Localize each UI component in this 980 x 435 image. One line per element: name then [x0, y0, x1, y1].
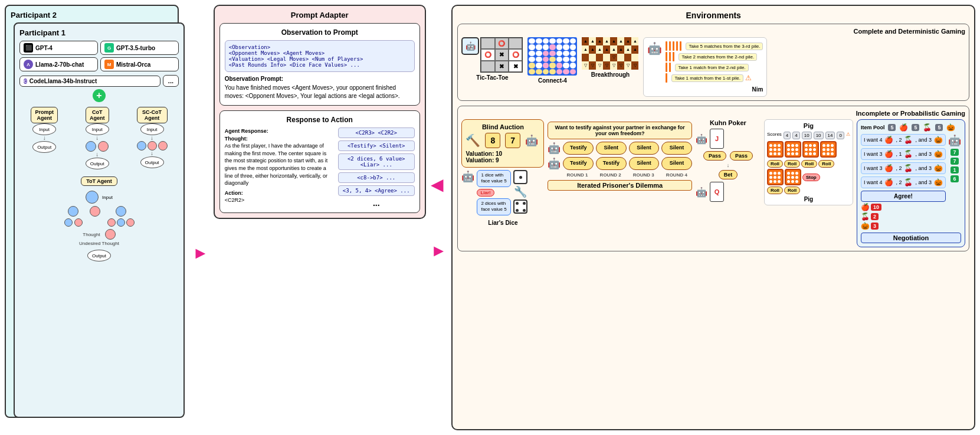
models-grid: ⬛ GPT-4 G GPT-3.5-turbo Λ Llama-2-70b-ch…	[19, 41, 179, 71]
nim-label: Nim	[647, 86, 763, 93]
cot-arrow1: ↓	[96, 135, 99, 141]
participant1-title: Participant 1	[19, 28, 179, 37]
nim-label4: Take 1 match from the 1-st pile.	[671, 74, 743, 82]
right-panel: Environments Complete and Deterministic …	[451, 5, 975, 430]
complete-title: Complete and Deterministic Gaming	[461, 28, 965, 35]
openai-icon: ⬛	[24, 43, 33, 53]
ttt-c2: ⭕	[495, 38, 509, 49]
roll-btn4[interactable]: Roll	[818, 160, 834, 168]
round1-label: ROUND 1	[562, 172, 592, 178]
neg-right: 🤖 7 7 1 6	[948, 134, 961, 182]
bet-btn[interactable]: Bet	[719, 170, 738, 179]
main-container: Participant 2 Participant 1 ⬛ GPT-4 G GP…	[0, 0, 980, 435]
c4-r4c3	[543, 57, 549, 62]
roll-btn2[interactable]: Roll	[784, 160, 800, 168]
dice-info1: 1 dice withface value 5	[477, 170, 510, 187]
prisoners-grid2: Testify Testify Silent Silent	[563, 157, 692, 170]
r1-p1-silent3[interactable]: Silent	[661, 142, 692, 155]
response-content: Agent Response: Thought: As the first pl…	[225, 127, 415, 208]
neg-content: I want 4 🍎, 2 🍒, and 3 🎃 I want 3 🍎, 1 🍒…	[861, 134, 961, 202]
c4-section: Connect-4	[527, 37, 577, 84]
participant2-title: Participant 2	[11, 11, 173, 19]
pass-btn2[interactable]: Pass	[730, 151, 753, 161]
c4-board	[527, 37, 577, 76]
nim-row2: Take 2 matches from the 2-nd pile.	[666, 52, 763, 61]
pig-dice-row1	[767, 141, 850, 158]
sc-arrow1: ↓	[150, 135, 153, 141]
r2-p2-silent2[interactable]: Silent	[661, 157, 692, 170]
ttt-label: Tic-Tac-Toe	[476, 74, 508, 81]
c4-r4c4	[549, 57, 556, 62]
score-label: Scores	[767, 132, 782, 139]
ttt-board: ⭕ ⭕ ✖ ⭕ ✖ ✖	[480, 37, 523, 73]
action-label: Action:	[225, 189, 335, 197]
item-count3: 5	[935, 124, 943, 131]
item-count2: 5	[912, 124, 919, 131]
dice-info2: 2 dices withface value 5	[477, 198, 510, 215]
chess-board: ▲▲▲▲▲▲▲▲ ▲▲▲▲▲▲▲▲ ▽ ▽▽▽▽▽▽▽▽	[582, 37, 638, 70]
r2-p2-testify2[interactable]: Testify	[596, 157, 627, 170]
pass-btn1[interactable]: Pass	[703, 151, 726, 161]
neg-line2: I want 3 🍎, 1 🍒, and 3 🎃	[861, 148, 946, 160]
arrow-left-middle: ►	[192, 5, 209, 430]
model-codellama[interactable]: C CodeLlama-34b-Instruct	[19, 76, 160, 87]
roll-btn6[interactable]: Roll	[784, 187, 800, 194]
add-icon[interactable]: +	[93, 89, 106, 102]
model-gpt4[interactable]: ⬛ GPT-4	[19, 41, 98, 55]
r1-p1-silent2[interactable]: Silent	[629, 142, 660, 155]
r2-p2-silent1[interactable]: Silent	[629, 157, 660, 170]
item-count1: 5	[888, 124, 896, 131]
kuhn-poker-container: Kuhn Poker 🤖 J Pass Pass ↓	[696, 119, 761, 202]
roll-btn1[interactable]: Roll	[767, 160, 783, 168]
prompt-agent-label: PromptAgent	[31, 107, 58, 123]
item-pool-label: Item Pool	[861, 125, 885, 130]
sc-arrow2: ↓	[150, 151, 153, 156]
model-mistral[interactable]: M Mistral-Orca	[100, 57, 179, 71]
prisoners-grid: Testify Silent Silent Silent	[563, 142, 692, 155]
kuhn-game: 🤖 J	[696, 129, 761, 149]
neg-left-nums: 🍎 10 🍒 2 🎃 3	[861, 203, 961, 230]
agree-btn[interactable]: Agree!	[861, 191, 946, 202]
negotiation-section: Item Pool 5 🍎 5 🍒 5 🎃 I	[857, 119, 965, 247]
pig-label: Pig	[767, 196, 850, 202]
prompt-adapter-title: Prompt Adapter	[219, 11, 420, 19]
neg-lines-left: I want 4 🍎, 2 🍒, and 3 🎃 I want 3 🍎, 1 🍒…	[861, 134, 946, 202]
response-right: <C2R3> <C2R2> <Testify> <Silent> <2 dice…	[338, 127, 415, 208]
model-gpt35[interactable]: G GPT-3.5-turbo	[100, 41, 179, 55]
r1-p1-testify[interactable]: Testify	[563, 142, 594, 155]
ttt-c9: ✖	[509, 61, 522, 72]
liars-dice-label: Liar's Dice	[461, 220, 544, 226]
action-value: <C2R2>	[225, 197, 335, 204]
agents-row: PromptAgent Input ↓ Output CoTAgent Inpu…	[19, 107, 179, 169]
nim-label2: Take 2 matches from the 2-nd pile.	[679, 53, 757, 61]
c4-r3c6	[563, 51, 569, 56]
thought-label: Thought	[83, 232, 100, 237]
c4-r5c4	[549, 63, 556, 68]
roll-btn5[interactable]: Roll	[767, 187, 783, 194]
cot-agent-diagram: Input ↓ ↓ Output	[86, 123, 109, 169]
ttt-c7	[481, 61, 494, 72]
tag-5: <3, 5, 4> <Agree> ...	[338, 185, 415, 196]
pig-die1	[767, 141, 784, 158]
c4-r2c1	[529, 44, 535, 50]
more-models-badge[interactable]: ...	[163, 75, 179, 87]
obs-to-prompt-box: Observation to Prompt <Observation> <Opp…	[219, 23, 420, 106]
c4-r5c2	[536, 63, 542, 68]
stop-btn[interactable]: Stop	[802, 174, 820, 181]
c4-r3c1	[529, 51, 535, 56]
pig-title: Pig	[767, 122, 850, 129]
prompt-adapter-box: Prompt Adapter Observation to Prompt <Ob…	[214, 5, 426, 219]
participant1-box: Participant 1 ⬛ GPT-4 G GPT-3.5-turbo Λ …	[14, 22, 185, 418]
r1-p1-silent1[interactable]: Silent	[596, 142, 627, 155]
c4-r3c4	[549, 51, 556, 56]
breakthrough-section: ▲▲▲▲▲▲▲▲ ▲▲▲▲▲▲▲▲ ▽ ▽▽▽▽▽▽▽▽ Breakthroug…	[582, 37, 638, 78]
model-llama[interactable]: Λ Llama-2-70b-chat	[19, 57, 98, 71]
jack-card: J	[710, 129, 724, 149]
c4-r2c7	[570, 44, 576, 50]
roll-btn3[interactable]: Roll	[801, 160, 817, 168]
tot-root	[86, 191, 99, 204]
neg-line1: I want 4 🍎, 2 🍒, and 3 🎃	[861, 134, 946, 146]
r2-p2-testify1[interactable]: Testify	[563, 157, 594, 170]
c4-r3c2	[536, 51, 542, 56]
incomplete-title: Incomplete or Probabilistic Gaming	[461, 110, 965, 117]
